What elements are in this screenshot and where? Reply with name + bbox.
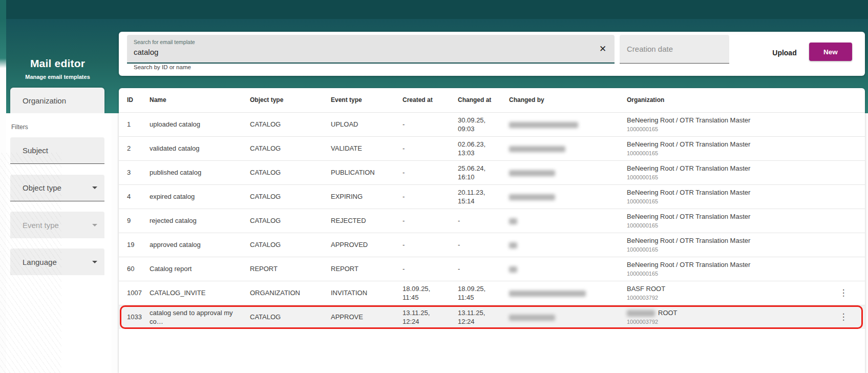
search-hint-text: Search by ID or name: [134, 64, 191, 70]
table-row[interactable]: 4expired catalogCATALOGEXPIRING-20.11.23…: [119, 184, 865, 209]
search-input[interactable]: Search for email template catalog ✕: [127, 35, 615, 64]
column-header-event-type: Event type: [331, 96, 403, 105]
cell-id: 60: [127, 264, 150, 273]
page-subtitle: Manage email templates: [10, 74, 105, 80]
table-row[interactable]: 2validated catalogCATALOGVALIDATE-02.06.…: [119, 136, 865, 160]
organization-code: 1000000165: [627, 198, 827, 205]
table-row[interactable]: 19approved catalogCATALOGAPPROVED--BeNee…: [119, 233, 865, 257]
cell-name: uploaded catalog: [150, 120, 250, 129]
cell-event-type: REPORT: [331, 264, 403, 273]
search-toolbar-card: Search for email template catalog ✕ Sear…: [119, 32, 865, 76]
sidebar-tab-organization[interactable]: Organization: [10, 88, 104, 113]
cell-event-type: EXPIRING: [331, 192, 403, 201]
cell-event-type: INVITATION: [331, 288, 403, 297]
chevron-down-icon: [92, 186, 97, 189]
cell-changed-at: 25.06.24, 16:10: [458, 164, 509, 181]
left-accent-strip: [0, 19, 6, 68]
organization-code: 1000000165: [627, 222, 827, 230]
redacted-text: [509, 242, 517, 248]
cell-created-at: 13.11.25, 12:24: [403, 308, 458, 326]
cell-event-type: APPROVED: [331, 240, 403, 249]
organization-code: 1000000165: [627, 246, 827, 254]
cell-name: CATALOG_INVITE: [150, 288, 250, 297]
redacted-text: [509, 122, 578, 128]
upload-button[interactable]: Upload: [760, 43, 809, 63]
cell-changed-by: [509, 240, 627, 249]
table-row[interactable]: 1033catalog send to approval my co…CATAL…: [119, 305, 865, 329]
column-header-changed-at: Changed at: [458, 96, 509, 105]
cell-name: rejected catalog: [150, 216, 250, 225]
cell-changed-at: -: [458, 240, 509, 249]
redacted-text: [509, 315, 555, 321]
cell-name: catalog send to approval my co…: [150, 308, 250, 326]
cell-created-at: -: [403, 168, 458, 177]
mail-editor-app: Mail editor Manage email templates Searc…: [0, 0, 868, 373]
templates-table-card: ID Name Object type Event type Created a…: [119, 88, 865, 373]
cell-id: 1007: [127, 288, 150, 297]
chevron-down-icon: [92, 224, 97, 226]
cell-object-type: CATALOG: [250, 240, 331, 249]
cell-name: Catalog report: [150, 264, 250, 273]
column-header-object-type: Object type: [250, 96, 331, 105]
cell-changed-by: [509, 288, 627, 297]
cell-organization: BeNeering Root / OTR Translation Master1…: [627, 116, 836, 133]
column-header-created-at: Created at: [403, 96, 458, 105]
organization-name: ROOT: [627, 308, 827, 317]
redacted-text: [509, 218, 517, 224]
new-button[interactable]: New: [809, 43, 852, 61]
cell-object-type: CATALOG: [250, 192, 331, 201]
cell-id: 2: [127, 144, 150, 153]
cell-organization: BeNeering Root / OTR Translation Master1…: [627, 236, 836, 254]
language-filter-label: Language: [23, 258, 92, 266]
cell-changed-at: 30.09.25, 09:03: [458, 116, 509, 133]
creation-date-input[interactable]: Creation date: [620, 35, 729, 64]
organization-code: 1000000165: [627, 126, 827, 133]
organization-name: BASF ROOT: [627, 284, 827, 293]
cell-object-type: CATALOG: [250, 168, 331, 177]
cell-organization: BASF ROOT1000003792: [627, 284, 836, 302]
cell-event-type: PUBLICATION: [331, 168, 403, 177]
table-row[interactable]: 1uploaded catalogCATALOGUPLOAD-30.09.25,…: [119, 112, 865, 136]
cell-id: 19: [127, 240, 150, 249]
table-row[interactable]: 3published catalogCATALOGPUBLICATION-25.…: [119, 160, 865, 184]
cell-organization: BeNeering Root / OTR Translation Master1…: [627, 260, 836, 278]
redacted-text: [509, 291, 586, 297]
cell-changed-at: -: [458, 264, 509, 273]
search-input-value: catalog: [134, 48, 158, 56]
cell-changed-by: [509, 120, 627, 129]
organization-code: 1000000165: [627, 150, 827, 157]
organization-code: 1000003792: [627, 294, 827, 302]
cell-actions: ⋮: [836, 286, 861, 300]
creation-date-placeholder: Creation date: [627, 45, 673, 53]
cell-created-at: 18.09.25, 11:45: [403, 284, 458, 302]
cell-changed-by: [509, 168, 627, 177]
row-menu-icon[interactable]: ⋮: [836, 286, 851, 300]
organization-code: 1000003792: [627, 318, 827, 326]
table-row[interactable]: 1007CATALOG_INVITEORGANIZATIONINVITATION…: [119, 281, 865, 305]
cell-changed-at: 18.09.25, 11:45: [458, 284, 509, 302]
column-header-name: Name: [150, 96, 250, 105]
table-row[interactable]: 60Catalog reportREPORTREPORT--BeNeering …: [119, 257, 865, 281]
cell-created-at: -: [403, 240, 458, 249]
subject-filter-input[interactable]: Subject: [10, 137, 104, 164]
organization-name: BeNeering Root / OTR Translation Master: [627, 212, 827, 221]
cell-event-type: APPROVE: [331, 313, 403, 321]
redacted-text: [509, 194, 555, 200]
close-icon: ✕: [599, 44, 606, 54]
clear-search-button[interactable]: ✕: [597, 43, 608, 54]
cell-name: approved catalog: [150, 240, 250, 249]
table-row[interactable]: 9rejected catalogCATALOGREJECTED--BeNeer…: [119, 209, 865, 233]
filters-sidebar: Filters Subject Object type Event type L…: [6, 113, 112, 373]
row-menu-icon[interactable]: ⋮: [836, 310, 851, 324]
cell-name: published catalog: [150, 168, 250, 177]
organization-name: BeNeering Root / OTR Translation Master: [627, 116, 827, 125]
page-title: Mail editor: [10, 57, 105, 70]
column-header-organization: Organization: [627, 96, 836, 105]
cell-organization: BeNeering Root / OTR Translation Master1…: [627, 164, 836, 181]
cell-changed-at: 20.11.23, 15:14: [458, 188, 509, 205]
language-filter-select[interactable]: Language: [10, 248, 104, 275]
app-header: Mail editor Manage email templates: [10, 57, 105, 80]
event-type-filter-select[interactable]: Event type: [10, 212, 104, 238]
cell-created-at: -: [403, 216, 458, 225]
object-type-filter-select[interactable]: Object type: [10, 175, 104, 201]
